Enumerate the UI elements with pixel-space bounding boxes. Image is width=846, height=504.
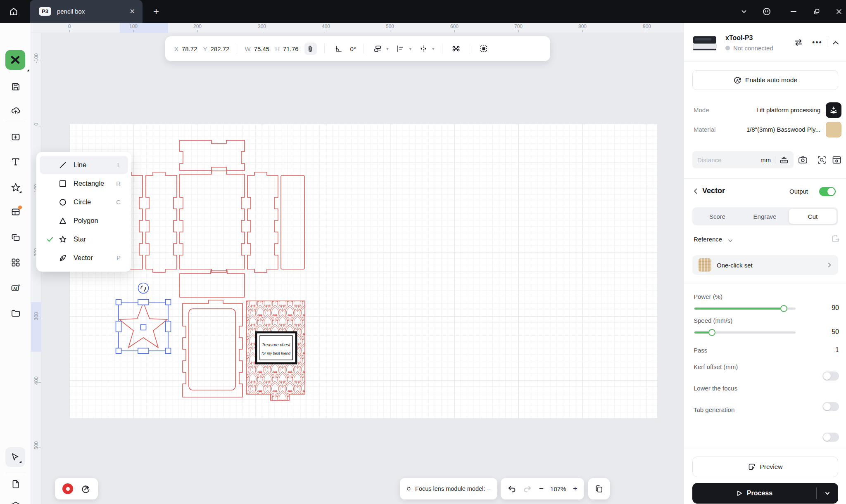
cloud-upload-icon[interactable] (11, 106, 21, 116)
tab-engrave[interactable]: Engrave (741, 208, 789, 224)
device-name: xTool-P3 (725, 34, 753, 42)
pass-value[interactable]: 1 (808, 346, 839, 354)
camera-icon[interactable] (798, 155, 808, 165)
height-field[interactable]: H71.76 (275, 45, 298, 52)
menu-item-vector[interactable]: Vector P (40, 248, 128, 267)
material-swatch[interactable] (826, 122, 841, 137)
collapse-panel-icon[interactable] (832, 39, 839, 47)
new-tab-button[interactable]: + (150, 5, 163, 18)
align-icon[interactable] (394, 43, 406, 55)
left-toolbar: AI (0, 23, 31, 504)
tab-cut[interactable]: Cut (789, 208, 837, 224)
zoom-pill: − 107% + (501, 478, 584, 499)
align-chevron-icon[interactable]: ▾ (409, 46, 411, 52)
home-button[interactable] (5, 3, 22, 20)
menu-item-star[interactable]: Star (40, 230, 128, 248)
rectangle-icon (59, 180, 67, 188)
reference-chevron-icon[interactable] (727, 238, 733, 244)
tab-generation-toggle[interactable] (822, 433, 839, 442)
process-dropdown-icon[interactable] (817, 490, 838, 496)
folder-icon[interactable] (11, 308, 21, 318)
menu-item-polygon[interactable]: Polygon (40, 211, 128, 230)
record-button[interactable] (62, 483, 73, 494)
ai-image-icon[interactable]: AI (11, 283, 21, 293)
zoom-in-button[interactable]: + (573, 484, 577, 493)
import-image-icon[interactable] (11, 132, 21, 142)
xtool-logo[interactable] (5, 50, 25, 70)
power-slider[interactable] (694, 308, 796, 310)
duplicate-icon[interactable] (11, 233, 21, 243)
minimize-button[interactable] (787, 6, 800, 17)
mode-value[interactable]: Lift platform processing (684, 106, 820, 114)
preview-button[interactable]: Preview (692, 457, 838, 477)
switch-device-icon[interactable] (794, 38, 803, 47)
lower-focus-toggle[interactable] (822, 402, 839, 411)
zoom-out-button[interactable]: − (539, 484, 544, 493)
refresh-icon[interactable] (406, 485, 411, 493)
text-tool-icon[interactable] (11, 157, 21, 167)
scan-icon[interactable] (817, 155, 827, 165)
y-field[interactable]: Y282.72 (203, 45, 230, 52)
tab-generation-label: Tab generation (694, 406, 734, 413)
enable-auto-mode-button[interactable]: A Enable auto mode (692, 70, 838, 90)
material-value[interactable]: 1/8"(3mm) Basswood Ply... (684, 126, 820, 133)
page-icon[interactable] (11, 479, 21, 489)
pages-pill[interactable] (588, 478, 610, 499)
lock-ratio-icon[interactable] (304, 43, 317, 55)
speed-slider[interactable] (694, 331, 796, 334)
material-thumbnail (698, 258, 711, 272)
power-value[interactable]: 90 (808, 304, 839, 312)
more-options-icon[interactable]: ••• (812, 38, 822, 47)
mirror-icon[interactable] (417, 43, 430, 55)
select-tool-active[interactable] (5, 447, 25, 467)
right-panel: xTool-P3 Not connected ••• A Enable auto… (684, 23, 846, 504)
close-button[interactable] (833, 6, 845, 17)
back-chevron-icon[interactable] (692, 188, 699, 194)
select-frame-icon[interactable] (478, 43, 490, 55)
chevron-down-icon[interactable] (738, 6, 750, 17)
rotation-value[interactable]: 0° (350, 45, 356, 52)
rotation-angle-icon[interactable] (332, 43, 345, 55)
undo-icon[interactable] (507, 484, 516, 493)
output-toggle[interactable] (819, 187, 836, 196)
arrange-chevron-icon[interactable]: ▾ (386, 46, 389, 52)
chevron-right-icon (827, 262, 832, 268)
sidebar-divider (6, 122, 25, 122)
share-icon[interactable] (81, 484, 90, 494)
circle-icon (59, 198, 67, 206)
copy-pages-icon (594, 484, 604, 493)
edit-nodes-icon[interactable] (450, 43, 462, 55)
layers-icon[interactable] (11, 501, 21, 504)
one-click-set-row[interactable]: One-click set (692, 255, 838, 275)
mode-icon-button[interactable] (826, 102, 841, 118)
document-tab[interactable]: P3 pencil box ✕ (30, 0, 143, 23)
feedback-smiley-icon[interactable] (760, 6, 773, 17)
x-field[interactable]: X78.72 (174, 45, 197, 52)
mirror-chevron-icon[interactable]: ▾ (432, 46, 435, 52)
artboard-grid[interactable] (69, 124, 657, 418)
tab-score[interactable]: Score (694, 208, 741, 224)
width-field[interactable]: W75.45 (245, 45, 269, 52)
arrange-icon[interactable] (371, 43, 384, 55)
focus-lens-pill[interactable]: Focus lens module model: -- (400, 478, 497, 499)
material-library-tool[interactable] (11, 207, 21, 217)
ruler-icon[interactable] (779, 155, 789, 164)
restore-button[interactable] (810, 6, 823, 17)
sidebar-divider (6, 473, 25, 473)
shape-tool[interactable] (11, 182, 21, 192)
menu-item-rectangle[interactable]: Rectangle R (40, 174, 128, 193)
menu-item-circle[interactable]: Circle C (40, 193, 128, 211)
menu-item-line[interactable]: Line L (40, 156, 128, 174)
process-button[interactable]: Process (692, 483, 838, 504)
processing-type-tabs: Score Engrave Cut (692, 207, 838, 225)
zoom-level[interactable]: 107% (550, 485, 566, 492)
speed-value[interactable]: 50 (808, 328, 839, 336)
export-settings-icon[interactable] (831, 234, 840, 243)
tab-close-icon[interactable]: ✕ (130, 7, 135, 15)
kerf-toggle[interactable] (822, 371, 839, 381)
distance-input[interactable] (697, 156, 739, 163)
panel-camera-icon[interactable] (832, 155, 841, 165)
save-icon[interactable] (11, 82, 21, 92)
redo-icon[interactable] (523, 484, 532, 493)
apps-grid-icon[interactable] (11, 258, 21, 267)
